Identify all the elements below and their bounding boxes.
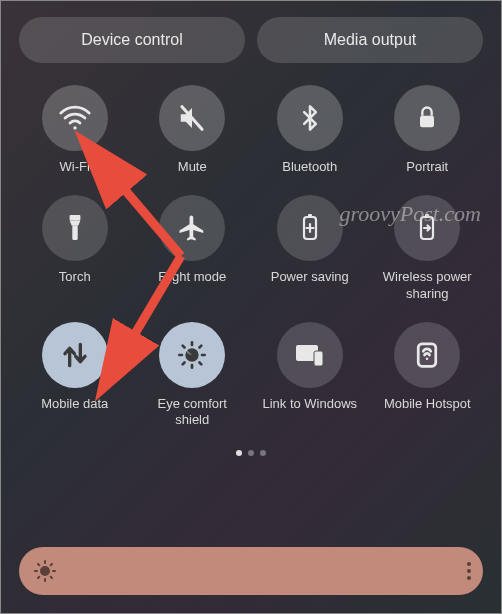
battery-share-icon (394, 195, 460, 261)
svg-line-16 (183, 345, 185, 347)
brightness-slider[interactable] (19, 547, 483, 595)
svg-line-31 (38, 577, 39, 578)
eye-comfort-icon (159, 322, 225, 388)
tile-flight-mode[interactable]: Flight mode (139, 195, 247, 302)
tile-bluetooth[interactable]: Bluetooth (256, 85, 364, 175)
sun-icon (33, 559, 57, 583)
svg-rect-10 (425, 214, 429, 217)
tile-mute[interactable]: Mute (139, 85, 247, 175)
pager-dot (236, 450, 242, 456)
tile-label: Mute (178, 159, 207, 175)
mute-icon (159, 85, 225, 151)
tile-label: Power saving (271, 269, 349, 285)
tile-mobile-data[interactable]: Mobile data (21, 322, 129, 429)
tile-link-to-windows[interactable]: Link to Windows (256, 322, 364, 429)
tile-label: Wi-Fi (60, 159, 90, 175)
airplane-icon (159, 195, 225, 261)
pager-dot (260, 450, 266, 456)
svg-line-29 (38, 564, 39, 565)
tile-label: Mobile data (41, 396, 108, 412)
tile-label: Link to Windows (262, 396, 357, 412)
tile-wifi[interactable]: Wi-Fi (21, 85, 129, 175)
torch-icon (42, 195, 108, 261)
svg-rect-3 (69, 215, 80, 220)
svg-line-19 (200, 345, 202, 347)
tile-label: Portrait (406, 159, 448, 175)
tile-label: Eye comfort shield (142, 396, 242, 429)
svg-line-17 (200, 362, 202, 364)
svg-point-24 (41, 567, 49, 575)
wifi-icon (42, 85, 108, 151)
svg-line-18 (183, 362, 185, 364)
tile-power-saving[interactable]: Power saving (256, 195, 364, 302)
battery-icon (277, 195, 343, 261)
tile-mobile-hotspot[interactable]: Mobile Hotspot (374, 322, 482, 429)
tile-label: Wireless power sharing (377, 269, 477, 302)
tile-portrait[interactable]: Portrait (374, 85, 482, 175)
svg-rect-2 (420, 116, 434, 128)
svg-point-0 (73, 126, 76, 129)
pager-dot (248, 450, 254, 456)
tile-label: Mobile Hotspot (384, 396, 471, 412)
device-control-button[interactable]: Device control (19, 17, 245, 63)
svg-rect-21 (314, 351, 323, 366)
svg-rect-6 (308, 214, 312, 217)
top-button-row: Device control Media output (19, 17, 483, 63)
media-output-button[interactable]: Media output (257, 17, 483, 63)
quick-settings-grid: Wi-Fi Mute Bluetooth (19, 81, 483, 432)
tile-label: Bluetooth (282, 159, 337, 175)
brightness-more-button[interactable] (467, 562, 471, 580)
svg-line-32 (51, 564, 52, 565)
tile-eye-comfort[interactable]: Eye comfort shield (139, 322, 247, 429)
tile-torch[interactable]: Torch (21, 195, 129, 302)
svg-rect-22 (419, 344, 437, 367)
tile-label: Torch (59, 269, 91, 285)
bluetooth-icon (277, 85, 343, 151)
lock-icon (394, 85, 460, 151)
tile-label: Flight mode (158, 269, 226, 285)
hotspot-icon (394, 322, 460, 388)
svg-rect-4 (72, 226, 77, 240)
tile-wireless-power-sharing[interactable]: Wireless power sharing (374, 195, 482, 302)
page-indicator[interactable] (19, 450, 483, 456)
svg-line-30 (51, 577, 52, 578)
data-arrows-icon (42, 322, 108, 388)
windows-link-icon (277, 322, 343, 388)
svg-point-23 (426, 357, 429, 360)
